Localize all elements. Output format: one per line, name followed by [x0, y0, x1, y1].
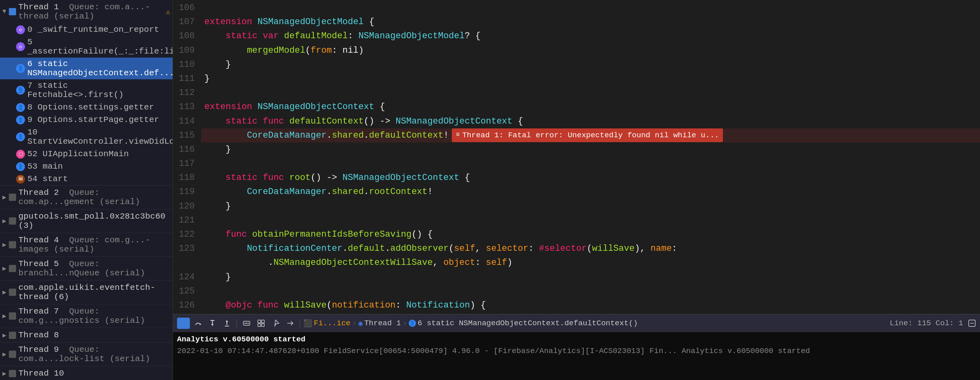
indent-109: [204, 43, 247, 58]
toolbar-stepinto-btn[interactable]: [206, 318, 219, 329]
frame-53[interactable]: 👤 53 main: [0, 160, 173, 173]
frame-53-icon: 👤: [16, 162, 25, 171]
frame-10[interactable]: 👤 10 StartViewController.viewDidLoad(): [0, 126, 173, 148]
frame-5-label: 5 _assertionFailure(_:_:file:line:flags:…: [27, 37, 173, 56]
thread-9-header[interactable]: ▶ Thread 9 Queue: com.a...lock-list (ser…: [0, 343, 173, 366]
code-line-113: extension NSManagedObjectContext {: [201, 100, 980, 114]
thread-6-header[interactable]: ▶ com.apple.uikit.eventfetch-thread (6): [0, 281, 173, 304]
code-line-121: [201, 213, 980, 227]
thread-9-icon: [9, 351, 16, 358]
frame-9[interactable]: 👤 9 Options.startPage.getter: [0, 114, 173, 126]
thread-10-label: Thread 10: [19, 369, 64, 378]
svg-marker-3: [211, 324, 214, 326]
thread-group-1: ▼ Thread 1 Queue: com.a...-thread (seria…: [0, 0, 173, 186]
ln-115: 115: [173, 128, 195, 142]
type-126: Notification: [406, 298, 470, 312]
breadcrumb-frame[interactable]: 6 static NSManagedObjectContext.defaultC…: [418, 319, 638, 328]
code-line-118: static func root() -> NSManagedObjectCon…: [201, 171, 980, 185]
thread-10-header[interactable]: ▶ Thread 10: [0, 366, 173, 380]
indent-120: }: [204, 199, 231, 213]
frame-52-label: 52 UIApplicationMain: [27, 149, 129, 159]
bang-115: !: [443, 128, 449, 142]
code-editor: 106 107 108 109 110 111 112 113 114 115 …: [173, 0, 980, 380]
error-badge-text: Thread 1: Fatal error: Unexpectedly foun…: [462, 129, 719, 141]
frame-52[interactable]: ⬡ 52 UIApplicationMain: [0, 148, 173, 160]
frame-6[interactable]: 👤 6 static NSManagedObjectContext.def...: [0, 58, 173, 79]
indent-126: [204, 298, 226, 312]
param3-123b: object: [443, 256, 475, 270]
kw-static-114: static: [226, 114, 263, 128]
thread-group-6: ▶ com.apple.uikit.eventfetch-thread (6): [0, 281, 173, 304]
thread-group-2: ▶ Thread 2 Queue: com.ap...gement (seria…: [0, 186, 173, 209]
type-108: NSManagedObjectModel: [358, 29, 465, 43]
frame-7-label: 7 static Fetchable<>.first(): [27, 81, 169, 99]
code-line-122: func obtainPermanentIdsBeforeSaving() {: [201, 227, 980, 242]
thread-6-icon: [9, 289, 16, 296]
frame-5[interactable]: ◇ 5 _assertionFailure(_:_:file:line:flag…: [0, 36, 173, 58]
bottom-toolbar: ⬛ Fi...ice › ◉ Thread 1 › 👤 6 static NSM…: [173, 314, 980, 332]
toolbar-location-btn[interactable]: [269, 318, 282, 329]
self2-123b: self: [486, 256, 507, 270]
breadcrumb-thread-icon: ◉: [358, 319, 363, 328]
code-line-107: extension NSManagedObjectModel {: [201, 15, 980, 29]
ln-125: 125: [173, 284, 195, 298]
name-123b: NSManagedObjectContextWillSave: [274, 256, 433, 270]
frame-54[interactable]: 🏛 54 start: [0, 173, 173, 185]
frame-7[interactable]: 👤 7 static Fetchable<>.first(): [0, 79, 173, 101]
code-line-109: mergedModel(from: nil): [201, 43, 980, 58]
brace-126: ) {: [470, 298, 486, 312]
kw-static-108: static: [226, 29, 263, 43]
console-line-2: 2022-01-10 07:14:47.487628+0100 FieldSer…: [177, 345, 976, 357]
thread-7-header[interactable]: ▶ Thread 7 Queue: com.g...gnostics (seri…: [0, 304, 173, 328]
frame-52-icon: ⬡: [16, 150, 25, 159]
toolbar-collapse-btn[interactable]: [968, 319, 976, 327]
thread-9-expand-icon: ▶: [2, 350, 6, 358]
ln-122: 122: [173, 227, 195, 242]
frame-8[interactable]: 👤 8 Options.settings.getter: [0, 101, 173, 114]
bang-119: !: [428, 185, 433, 199]
toolbar-arrow-btn[interactable]: [284, 318, 296, 329]
toolbar-sep-1: [237, 319, 237, 327]
svg-rect-11: [258, 324, 261, 326]
frame-0[interactable]: ◇ 0 _swift_runtime_on_report: [0, 23, 173, 36]
code-line-111: }: [201, 72, 980, 86]
thread-4-header[interactable]: ▶ Thread 4 Queue: com.g...-images (seria…: [0, 233, 173, 256]
ln-119: 119: [173, 185, 195, 199]
step-out-icon: [223, 319, 231, 327]
thread-1-header[interactable]: ▼ Thread 1 Queue: com.a...-thread (seria…: [0, 0, 173, 23]
willsave-ref: willSave: [592, 242, 635, 256]
toolbar-memory-btn[interactable]: [240, 318, 253, 329]
ln-126: 126: [173, 298, 195, 312]
thread-group-gpu: ▶ gputools.smt_poll.0x281c3bc60 (3): [0, 209, 173, 233]
toolbar-play-btn[interactable]: [177, 318, 190, 329]
code-line-112: [201, 86, 980, 100]
thread-group-10: ▶ Thread 10: [0, 366, 173, 380]
code-line-120: }: [201, 199, 980, 213]
opt-108: ? {: [465, 29, 481, 43]
type-107: NSManagedObjectModel: [257, 15, 364, 29]
kw-func-126: func: [257, 298, 284, 312]
code-line-116: }: [201, 142, 980, 157]
thread-9-label: Thread 9 Queue: com.a...lock-list (seria…: [19, 345, 170, 363]
code-content: 106 107 108 109 110 111 112 113 114 115 …: [173, 0, 980, 314]
svg-point-8: [248, 322, 249, 324]
code-line-126: @objc func willSave(notification: Notifi…: [201, 298, 980, 312]
parens-118: () ->: [311, 171, 342, 185]
name-114: defaultContext: [289, 114, 364, 128]
thread-group-5: ▶ Thread 5 Queue: branchl...nQueue (seri…: [0, 257, 173, 281]
thread-5-header[interactable]: ▶ Thread 5 Queue: branchl...nQueue (seri…: [0, 257, 173, 280]
thread-7-label: Thread 7 Queue: com.g...gnostics (serial…: [19, 307, 170, 325]
thread-2-header[interactable]: ▶ Thread 2 Queue: com.ap...gement (seria…: [0, 186, 173, 209]
breadcrumb-file[interactable]: Fi...ice: [314, 319, 350, 328]
obj-119: CoreDataManager: [247, 185, 327, 199]
method-123: addObserver: [390, 242, 449, 256]
breadcrumb-thread[interactable]: Thread 1: [364, 319, 401, 328]
thread-gpu-header[interactable]: ▶ gputools.smt_poll.0x281c3bc60 (3): [0, 209, 173, 233]
dot2-115: .: [364, 128, 369, 142]
thread-8-header[interactable]: ▶ Thread 8: [0, 328, 173, 342]
ln-112: 112: [173, 86, 195, 100]
toolbar-stepover-btn[interactable]: [191, 318, 204, 329]
toolbar-view-btn[interactable]: [255, 318, 268, 329]
toolbar-stepout-btn[interactable]: [220, 318, 233, 329]
ln-109: 109: [173, 43, 195, 58]
